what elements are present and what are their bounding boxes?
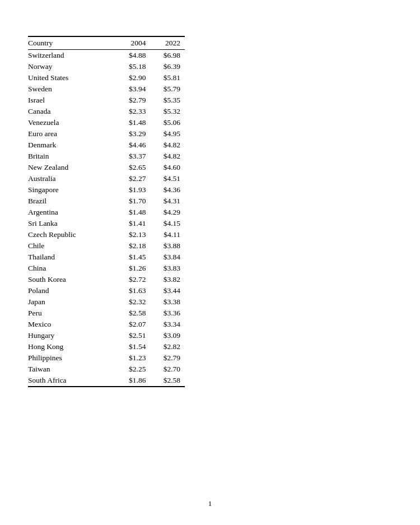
table-row: Peru$2.58$3.36 xyxy=(28,308,185,319)
cell-country: Czech Republic xyxy=(28,229,116,240)
cell-2004: $2.58 xyxy=(116,308,151,319)
page-number: 1 xyxy=(208,499,212,508)
cell-2004: $1.54 xyxy=(116,341,151,352)
cell-2004: $1.41 xyxy=(116,218,151,229)
cell-2004: $1.45 xyxy=(116,252,151,263)
cell-2004: $3.29 xyxy=(116,128,151,140)
cell-country: South Korea xyxy=(28,274,116,285)
cell-2004: $3.37 xyxy=(116,151,151,162)
cell-2004: $1.48 xyxy=(116,207,151,218)
table-container: Country 2004 2022 Switzerland$4.88$6.98N… xyxy=(28,36,392,387)
table-row: Singapore$1.93$4.36 xyxy=(28,184,185,196)
cell-2022: $2.82 xyxy=(150,341,185,352)
cell-country: Thailand xyxy=(28,252,116,263)
cell-2004: $1.23 xyxy=(116,352,151,364)
cell-2004: $1.26 xyxy=(116,263,151,274)
cell-country: United States xyxy=(28,72,116,83)
cell-2004: $2.32 xyxy=(116,296,151,308)
cell-2004: $2.18 xyxy=(116,240,151,252)
cell-country: Mexico xyxy=(28,319,116,330)
cell-2022: $2.79 xyxy=(150,352,185,364)
cell-2004: $2.79 xyxy=(116,95,151,106)
cell-2022: $4.95 xyxy=(150,128,185,140)
table-row: Sweden$3.94$5.79 xyxy=(28,83,185,95)
cell-2022: $6.39 xyxy=(150,61,185,72)
cell-country: Philippines xyxy=(28,352,116,364)
cell-2004: $2.13 xyxy=(116,229,151,240)
cell-country: Brazil xyxy=(28,196,116,207)
cell-2004: $4.46 xyxy=(116,140,151,151)
cell-2022: $5.81 xyxy=(150,72,185,83)
cell-2022: $2.70 xyxy=(150,364,185,375)
cell-2004: $2.65 xyxy=(116,162,151,173)
cell-2022: $6.98 xyxy=(150,50,185,62)
table-row: Canada$2.33$5.32 xyxy=(28,106,185,117)
cell-2022: $4.60 xyxy=(150,162,185,173)
cell-country: Hong Kong xyxy=(28,341,116,352)
cell-country: Japan xyxy=(28,296,116,308)
cell-2022: $3.09 xyxy=(150,330,185,341)
cell-2004: $1.93 xyxy=(116,184,151,196)
cell-2022: $3.44 xyxy=(150,285,185,296)
cell-2004: $1.70 xyxy=(116,196,151,207)
cell-2004: $2.07 xyxy=(116,319,151,330)
table-row: Czech Republic$2.13$4.11 xyxy=(28,229,185,240)
col-header-country: Country xyxy=(28,36,116,50)
table-row: Norway$5.18$6.39 xyxy=(28,61,185,72)
cell-country: Switzerland xyxy=(28,50,116,62)
header-row: Country 2004 2022 xyxy=(28,36,185,50)
big-mac-table: Country 2004 2022 Switzerland$4.88$6.98N… xyxy=(28,36,185,387)
cell-country: Sri Lanka xyxy=(28,218,116,229)
table-row: Taiwan$2.25$2.70 xyxy=(28,364,185,375)
cell-2022: $4.15 xyxy=(150,218,185,229)
cell-2022: $4.11 xyxy=(150,229,185,240)
table-row: United States$2.90$5.81 xyxy=(28,72,185,83)
page: Country 2004 2022 Switzerland$4.88$6.98N… xyxy=(0,0,420,525)
cell-2022: $3.83 xyxy=(150,263,185,274)
table-row: Poland$1.63$3.44 xyxy=(28,285,185,296)
cell-country: Taiwan xyxy=(28,364,116,375)
table-row: China$1.26$3.83 xyxy=(28,263,185,274)
cell-2022: $2.58 xyxy=(150,375,185,387)
table-row: Australia$2.27$4.51 xyxy=(28,173,185,184)
cell-2004: $2.27 xyxy=(116,173,151,184)
cell-2004: $4.88 xyxy=(116,50,151,62)
cell-country: Hungary xyxy=(28,330,116,341)
cell-country: Denmark xyxy=(28,140,116,151)
cell-2022: $4.29 xyxy=(150,207,185,218)
cell-country: Australia xyxy=(28,173,116,184)
cell-2022: $5.32 xyxy=(150,106,185,117)
table-row: Venezuela$1.48$5.06 xyxy=(28,117,185,128)
cell-2004: $2.72 xyxy=(116,274,151,285)
cell-country: China xyxy=(28,263,116,274)
cell-country: Canada xyxy=(28,106,116,117)
col-header-2022: 2022 xyxy=(150,36,185,50)
cell-2004: $2.25 xyxy=(116,364,151,375)
table-row: New Zealand$2.65$4.60 xyxy=(28,162,185,173)
cell-country: Poland xyxy=(28,285,116,296)
cell-country: Peru xyxy=(28,308,116,319)
table-row: Hungary$2.51$3.09 xyxy=(28,330,185,341)
cell-country: New Zealand xyxy=(28,162,116,173)
cell-2004: $1.86 xyxy=(116,375,151,387)
cell-2004: $1.48 xyxy=(116,117,151,128)
cell-2004: $2.90 xyxy=(116,72,151,83)
table-row: Sri Lanka$1.41$4.15 xyxy=(28,218,185,229)
cell-2022: $3.84 xyxy=(150,252,185,263)
cell-country: Venezuela xyxy=(28,117,116,128)
cell-2022: $4.82 xyxy=(150,140,185,151)
table-row: Brazil$1.70$4.31 xyxy=(28,196,185,207)
cell-2022: $5.79 xyxy=(150,83,185,95)
table-row: Philippines$1.23$2.79 xyxy=(28,352,185,364)
table-row: Chile$2.18$3.88 xyxy=(28,240,185,252)
cell-2022: $4.51 xyxy=(150,173,185,184)
cell-2022: $3.36 xyxy=(150,308,185,319)
table-row: South Korea$2.72$3.82 xyxy=(28,274,185,285)
cell-country: Euro area xyxy=(28,128,116,140)
table-row: Japan$2.32$3.38 xyxy=(28,296,185,308)
col-header-2004: 2004 xyxy=(116,36,151,50)
cell-2004: $5.18 xyxy=(116,61,151,72)
cell-2022: $5.06 xyxy=(150,117,185,128)
cell-2022: $3.88 xyxy=(150,240,185,252)
cell-country: Norway xyxy=(28,61,116,72)
